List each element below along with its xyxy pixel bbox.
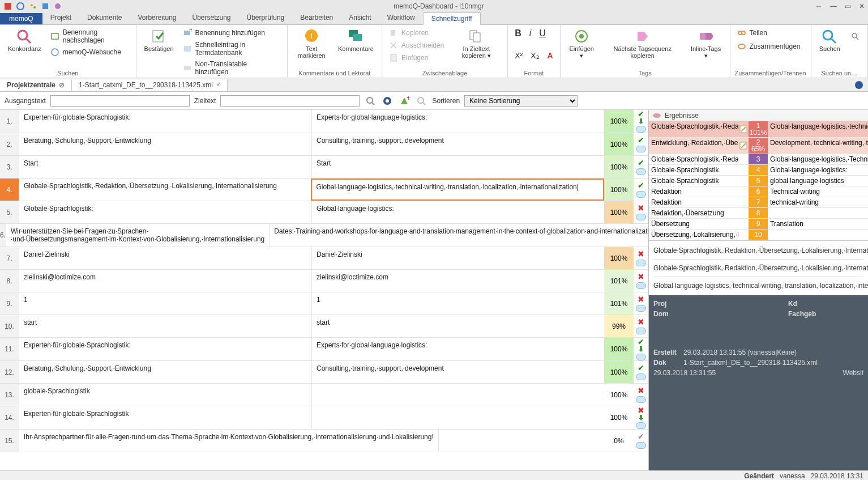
comment-icon[interactable] (636, 396, 646, 403)
segment-source[interactable]: Wir·unterstützen·Sie·bei·Fragen·zu·Sprac… (6, 224, 269, 247)
qat-icon-2[interactable] (16, 2, 25, 11)
comment-icon[interactable] (636, 214, 646, 220)
benennung-hinzufuegen-button[interactable]: +Benennung hinzufügen (181, 27, 283, 39)
menu-tab-übersetzung[interactable]: Übersetzung (184, 12, 238, 24)
ausschneiden-button[interactable]: Ausschneiden (387, 40, 446, 51)
menu-tab-ansicht[interactable]: Ansicht (341, 12, 379, 24)
kommentare-button[interactable]: Kommentare (335, 27, 377, 53)
comment-icon[interactable] (636, 442, 646, 449)
segment-row[interactable]: 1.Experten·für·globale·Sprachlogistik:Ex… (0, 110, 648, 133)
schnelleintrag-button[interactable]: Schnelleintrag in Termdatenbank (181, 40, 283, 58)
comment-icon[interactable] (636, 373, 646, 380)
result-row[interactable]: Übersetzung9Translation (649, 219, 868, 230)
segment-target[interactable]: start (311, 315, 604, 337)
filter-add-icon[interactable]: + (398, 95, 411, 107)
segment-row[interactable]: 6.Wir·unterstützen·Sie·bei·Fragen·zu·Spr… (0, 224, 648, 247)
menu-tab-vorbereitung[interactable]: Vorbereitung (130, 12, 184, 24)
superscript-button[interactable]: X² (512, 50, 525, 61)
websuche-button[interactable]: memoQ-Websuche (48, 46, 131, 58)
kopieren-button[interactable]: Kopieren (387, 27, 446, 39)
qat-icon-3[interactable] (28, 2, 37, 11)
comment-icon[interactable] (636, 354, 646, 360)
globe-icon[interactable] (854, 80, 868, 90)
italic-button[interactable]: i (527, 27, 534, 40)
inline-tags-button[interactable]: Inline-Tags ▾ (687, 27, 725, 60)
result-row[interactable]: Globale·Sprachlogistik,·Redaktion,·Übers… (649, 121, 868, 138)
segment-source[interactable]: Beratung,·Schulung,·Support,·Entwicklung (19, 361, 311, 383)
segment-target[interactable]: 1 (311, 292, 604, 315)
result-row[interactable]: Redaktion6Technical·writing (649, 186, 868, 197)
teilen-button[interactable]: Teilen (735, 27, 803, 39)
segment-target[interactable] (311, 384, 604, 406)
comment-icon[interactable] (636, 422, 646, 429)
result-row[interactable]: Globale·Sprachlogistik4Global·language·l… (649, 165, 868, 176)
segment-source[interactable]: Daniel·Zielinski (19, 247, 311, 269)
comment-icon[interactable] (636, 146, 646, 152)
menu-tab-workflow[interactable]: Workflow (379, 12, 423, 24)
suchen-button[interactable]: Suchen (816, 27, 844, 53)
case-button[interactable]: A (545, 50, 555, 61)
segment-target[interactable]: Experts·for·global·language·logistics: (311, 110, 604, 133)
result-row[interactable]: Globale·Sprachlogistik,·Redaktion,·Übers… (649, 154, 868, 165)
segment-target[interactable]: Daniel·Zielinski (311, 247, 604, 269)
target-filter-input[interactable] (220, 95, 360, 107)
text-markieren-button[interactable]: ! Text markieren (292, 27, 331, 60)
sort-select[interactable]: Keine Sortierung (464, 95, 578, 107)
segment-target[interactable]: Consulting,·training,·support,·developme… (311, 361, 604, 383)
comment-icon[interactable] (636, 328, 646, 334)
comment-icon[interactable] (636, 191, 646, 198)
segment-row[interactable]: 10.startstart99%✖ (0, 315, 648, 338)
segment-row[interactable]: 4.Globale·Sprachlogistik,·Redaktion,·Übe… (0, 179, 648, 201)
zusammenfuegen-button[interactable]: Zusammenfügen (735, 41, 803, 52)
minimize-icon[interactable]: — (830, 2, 837, 10)
file-tab[interactable]: memoQ (0, 13, 42, 24)
segment-source[interactable]: globale·Sprachlogistik (19, 384, 311, 406)
segment-source[interactable]: start (19, 315, 311, 337)
menu-tab-dokumente[interactable]: Dokumente (79, 12, 130, 24)
close-tab-icon[interactable]: ⊘ (59, 81, 65, 89)
menu-tab-überprüfung[interactable]: Überprüfung (239, 12, 293, 24)
maximize-icon[interactable]: ▭ (845, 2, 851, 10)
segment-source[interactable]: Globale·Sprachlogistik: (19, 201, 311, 223)
segment-target[interactable] (311, 406, 604, 429)
segment-target[interactable]: zielinski@loctimize.com (311, 270, 604, 292)
tab-projektzentrale[interactable]: Projektzentrale⊘ (0, 79, 72, 91)
comment-icon[interactable] (636, 282, 646, 289)
tab-document[interactable]: 1-Start_catxml_DE_to__290318-113425.xml× (72, 79, 228, 91)
qat-icon-5[interactable] (53, 2, 62, 11)
source-filter-input[interactable] (50, 95, 190, 107)
qat-icon-4[interactable] (41, 2, 50, 11)
bestatigen-button[interactable]: Bestätigen (141, 27, 177, 53)
segment-target[interactable] (438, 430, 604, 452)
segment-source[interactable]: Globale·Sprachlogistik,·Redaktion,·Übers… (19, 179, 311, 201)
segment-row[interactable]: 15.Ihr·Ansprechpartner·für·alle·Fragen·r… (0, 430, 648, 452)
segment-row[interactable]: 13.globale·Sprachlogistik100%✖ (0, 384, 648, 406)
segment-target[interactable]: Global·language·logistics: (311, 201, 604, 223)
segment-source[interactable]: Start (19, 156, 311, 178)
result-row[interactable]: Redaktion7technical-writing (649, 197, 868, 208)
nachste-tagsequenz-button[interactable]: Nächste Tagsequenz kopieren (602, 27, 683, 60)
in-zieltext-kopieren-button[interactable]: In Zieltext kopieren ▾ (450, 27, 503, 60)
filter-clear-icon[interactable] (415, 95, 427, 107)
segment-source[interactable]: Experten·für·globale·Sprachlogistik (19, 406, 311, 429)
segment-target[interactable]: Global·language·logistics,·technical·wri… (311, 179, 605, 201)
segment-row[interactable]: 12.Beratung,·Schulung,·Support,·Entwickl… (0, 361, 648, 384)
segment-source[interactable]: Experten·für·globale·Sprachlogistik: (19, 338, 311, 360)
collapse-ribbon-icon[interactable]: ↔ (815, 2, 822, 10)
segment-target[interactable]: Consulting,·training,·support,·developme… (311, 133, 604, 155)
konkordanz-button[interactable]: Konkordanz (5, 27, 45, 53)
non-translatable-button[interactable]: Non-Translatable hinzufügen (181, 59, 283, 77)
close-icon[interactable]: ✕ (859, 2, 865, 10)
segment-row[interactable]: 2.Beratung,·Schulung,·Support,·Entwicklu… (0, 133, 648, 156)
segment-target[interactable]: Dates:·Training·and·workshops·for·langua… (269, 224, 648, 247)
segment-row[interactable]: 8.zielinski@loctimize.comzielinski@locti… (0, 270, 648, 292)
close-tab-icon[interactable]: × (216, 81, 220, 89)
segment-source[interactable]: Ihr·Ansprechpartner·für·alle·Fragen·rund… (19, 430, 438, 452)
menu-tab-projekt[interactable]: Projekt (42, 12, 79, 24)
bold-button[interactable]: B (512, 27, 524, 40)
qat-icon-1[interactable] (3, 2, 12, 11)
result-row[interactable]: Globale·Sprachlogistik5global·language·l… (649, 176, 868, 186)
suchen-extra-button[interactable] (847, 27, 863, 42)
tags-einfugen-button[interactable]: Einfügen ▾ (565, 27, 598, 60)
benennung-nachschlagen-button[interactable]: Benennung nachschlagen (48, 27, 131, 45)
